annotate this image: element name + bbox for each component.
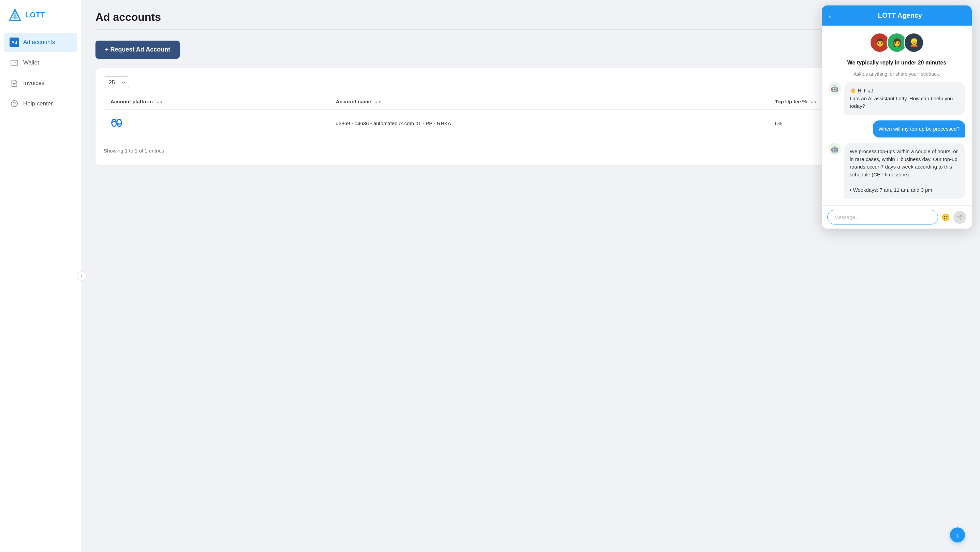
chat-scroll-down-button[interactable]: ↓ (950, 527, 965, 542)
sort-name-icon[interactable]: ▲▼ (374, 100, 381, 104)
sidebar-item-ad-accounts[interactable]: Ad Ad accounts (4, 33, 77, 52)
sidebar-item-label-wallet: Wallet (23, 59, 39, 66)
chat-message-2: When will my top-up be processed? (829, 120, 965, 138)
emoji-button[interactable]: 🙂 (942, 213, 950, 222)
chat-message-1: 🤖 👋 Hi Illia!I am an AI assistant Lotty.… (829, 82, 965, 115)
send-message-button[interactable] (953, 211, 966, 224)
sidebar-item-label-help-center: Help center (23, 100, 53, 107)
chat-message-input[interactable] (827, 210, 938, 225)
table-showing-text: Showing 1 to 1 of 1 entries (103, 148, 164, 153)
col-name: Account name ▲▼ (329, 94, 768, 110)
chat-title: LOTT Agency (835, 11, 965, 19)
sidebar-item-invoices[interactable]: Invoices (4, 74, 77, 93)
sidebar-item-label-invoices: Invoices (23, 80, 45, 87)
chat-back-button[interactable]: ‹ (829, 12, 831, 19)
chat-tagline: We typically reply in under 20 minutes (829, 60, 965, 66)
chat-header: ‹ LOTT Agency (822, 5, 972, 26)
sidebar: LOTT Ad Ad accounts Wallet (0, 0, 82, 552)
sidebar-item-label-ad-accounts: Ad accounts (23, 39, 55, 46)
wallet-icon (10, 58, 19, 67)
col-platform: Account platform ▲▼ (103, 94, 329, 110)
chat-widget: ‹ LOTT Agency 👨 👩 👱 We typically reply i… (822, 5, 972, 228)
sidebar-item-help-center[interactable]: Help center (4, 94, 77, 113)
send-icon (957, 215, 963, 220)
user-bubble-1: When will my top-up be processed? (873, 120, 965, 138)
chat-subline: Ask us anything, or share your feedback. (829, 71, 965, 77)
ad-accounts-icon: Ad (10, 38, 19, 47)
help-icon (10, 99, 19, 108)
meta-logo-icon (110, 116, 123, 129)
bot-avatar-2: 🤖 (829, 143, 841, 155)
agent-avatar-3: 👱 (904, 32, 924, 53)
chat-agents: 👨 👩 👱 (829, 32, 965, 53)
per-page-select[interactable]: 25 10 50 100 (103, 77, 129, 88)
logo-icon (8, 8, 22, 22)
app-name: LOTT (25, 11, 45, 19)
sidebar-nav: Ad Ad accounts Wallet Invoices (0, 33, 81, 113)
request-ad-account-button[interactable]: + Request Ad Account (95, 41, 180, 59)
sort-platform-icon[interactable]: ▲▼ (156, 100, 163, 104)
sidebar-item-wallet[interactable]: Wallet (4, 53, 77, 72)
logo-area: LOTT (0, 8, 81, 33)
cell-platform (103, 110, 329, 137)
chat-input-area: 🙂 (822, 205, 972, 228)
chat-message-3: 🤖 We process top-ups within a couple of … (829, 143, 965, 199)
sort-topup-icon[interactable]: ▲▼ (810, 100, 817, 104)
bot-avatar: 🤖 (829, 82, 841, 94)
svg-rect-3 (11, 61, 18, 65)
bot-bubble-2: We process top-ups within a couple of ho… (844, 143, 965, 199)
chat-body: 👨 👩 👱 We typically reply in under 20 min… (822, 26, 972, 205)
bot-bubble-1: 👋 Hi Illia!I am an AI assistant Lotty. H… (844, 82, 965, 115)
sidebar-collapse-button[interactable]: ‹ (77, 271, 86, 281)
cell-account-name: #3869 - 04636 - automatedux.com 01 - PP … (329, 110, 768, 137)
invoices-icon (10, 78, 19, 88)
